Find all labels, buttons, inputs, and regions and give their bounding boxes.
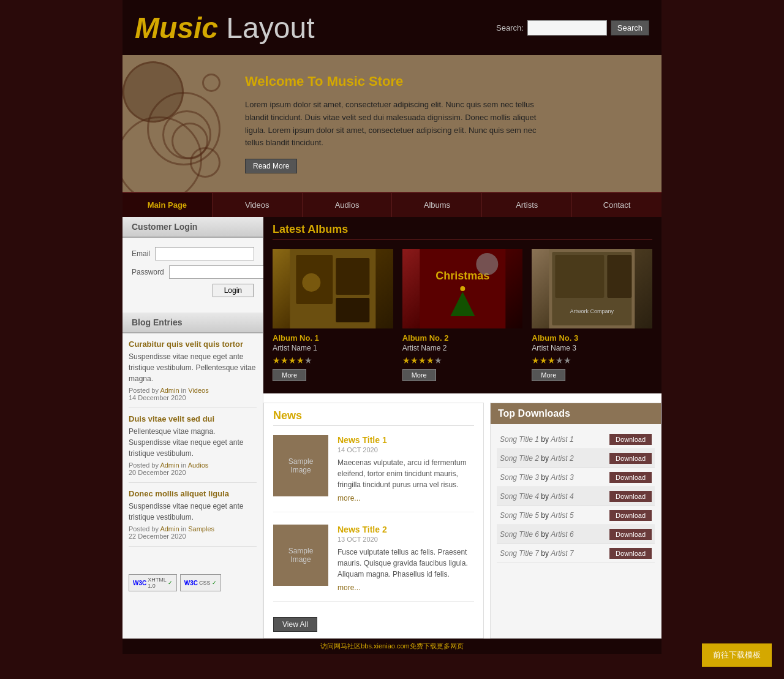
login-btn-row: Login	[132, 284, 254, 297]
email-label: Email	[132, 249, 155, 258]
album-artist-1: Artist Name 2	[402, 344, 523, 352]
download-button-4[interactable]: Download	[609, 510, 652, 521]
blog-section: Blog Entries Curabitur quis velit quis t…	[123, 313, 263, 559]
blog-category-link[interactable]: Audios	[188, 461, 209, 469]
blog-entries-list: Curabitur quis velit quis tortor Suspend…	[123, 340, 263, 559]
search-input[interactable]	[527, 20, 607, 36]
download-song-info-6: Song Title 7 by Artist 7	[500, 549, 574, 558]
news-title: News	[273, 409, 474, 426]
album-thumbnail-3[interactable]: Artwork Company	[532, 249, 652, 328]
password-label: Password	[132, 268, 169, 276]
news-headline-1[interactable]: News Title 2	[337, 525, 474, 534]
nav-albums[interactable]: Albums	[392, 193, 482, 217]
download-button-5[interactable]: Download	[609, 529, 652, 540]
blog-author-link[interactable]: Admin	[160, 461, 179, 469]
watermark-text: 访问网马社区bbs.xieniao.com免费下载更多网页	[320, 642, 464, 650]
nav-videos[interactable]: Videos	[213, 193, 303, 217]
svg-rect-13	[608, 255, 632, 298]
blog-date: 22 December 2020	[129, 533, 257, 540]
news-section: News Sample Image News Title 1 14 OCT 20…	[263, 403, 484, 639]
w3c-xhtml-badge: W3C XHTML1.0 ✓	[129, 574, 177, 591]
blog-category-link[interactable]: Samples	[188, 525, 214, 533]
w3c-css-badge: W3C CSS ✓	[180, 574, 221, 591]
news-thumbnail-0: Sample Image	[273, 435, 328, 496]
hero-banner: Welcome To Music Store Lorem ipsum dolor…	[123, 55, 662, 192]
album-title-1: Album No. 2	[402, 333, 523, 343]
blog-body: Suspendisse vitae neque eget ante tristi…	[129, 351, 257, 384]
blog-title[interactable]: Duis vitae velit sed dui	[129, 414, 257, 423]
album-more-1[interactable]: More	[402, 369, 436, 381]
download-row: Song Title 5 by Artist 5 Download	[497, 506, 655, 525]
news-more-0[interactable]: more...	[337, 494, 360, 503]
download-song-info-5: Song Title 6 by Artist 6	[500, 530, 574, 539]
album-more-0[interactable]: More	[273, 369, 306, 381]
download-button-6[interactable]: Download	[609, 548, 652, 559]
news-date-0: 14 OCT 2020	[337, 446, 474, 453]
main-nav: Main Page Videos Audios Albums Artists C…	[123, 192, 662, 217]
album-stars-1: ★★★★★	[402, 355, 523, 365]
svg-rect-2	[336, 258, 369, 295]
download-song-info-0: Song Title 1 by Artist 1	[500, 435, 574, 444]
blog-title[interactable]: Curabitur quis velit quis tortor	[129, 340, 257, 349]
view-all-button[interactable]: View All	[273, 617, 317, 632]
top-downloads-section: Top Downloads Song Title 1 by Artist 1 D…	[490, 403, 662, 639]
news-body-0: Maecenas vulputate, arcu id fermentum el…	[337, 457, 474, 490]
news-body-1: Fusce vulputate tellus ac felis. Praesen…	[337, 547, 474, 580]
news-headline-0[interactable]: News Title 1	[337, 435, 474, 445]
download-button-3[interactable]: Download	[609, 491, 652, 502]
download-song-info-2: Song Title 3 by Artist 3	[500, 473, 574, 482]
site-title-layout: Layout	[218, 12, 314, 44]
blog-entry: Duis vitae velit sed dui Pellentesque vi…	[129, 414, 257, 483]
search-label: Search:	[496, 23, 524, 32]
blog-author-link[interactable]: Admin	[160, 525, 179, 533]
hero-body: Lorem ipsum dolor sit amet, consectetuer…	[245, 99, 551, 150]
nav-main-page[interactable]: Main Page	[123, 193, 213, 217]
read-more-button[interactable]: Read More	[245, 159, 297, 173]
download-row: Song Title 2 by Artist 2 Download	[497, 449, 655, 468]
download-button-1[interactable]: Download	[609, 453, 652, 464]
album-artist-2: Artist Name 3	[532, 344, 652, 352]
album-thumbnail-2[interactable]: Christmas	[402, 249, 523, 328]
news-content-1: News Title 2 13 OCT 2020 Fusce vulputate…	[337, 525, 474, 592]
search-button[interactable]: Search	[611, 20, 649, 36]
album-stars-2: ★★★★★	[532, 355, 652, 365]
album-thumbnail-1[interactable]	[273, 249, 393, 328]
download-row: Song Title 7 by Artist 7 Download	[497, 544, 655, 563]
site-title: Music Layout	[135, 11, 314, 45]
blog-category-link[interactable]: Videos	[188, 387, 208, 394]
hero-heading: Welcome To Music Store	[245, 74, 643, 89]
download-row: Song Title 3 by Artist 3 Download	[497, 468, 655, 487]
hero-decoration	[123, 55, 245, 192]
login-button[interactable]: Login	[213, 284, 254, 297]
nav-contact[interactable]: Contact	[572, 193, 662, 217]
watermark-bar: 访问网马社区bbs.xieniao.com免费下载更多网页	[123, 639, 662, 654]
album-more-2[interactable]: More	[532, 369, 565, 381]
top-downloads-title: Top Downloads	[491, 403, 661, 424]
blog-meta: Posted by Admin in Videos	[129, 387, 257, 394]
news-thumb-label-2: Image	[290, 466, 311, 474]
password-field[interactable]	[169, 265, 268, 279]
blog-meta: Posted by Admin in Samples	[129, 525, 257, 533]
login-form: Email Password Login	[123, 244, 263, 303]
nav-artists[interactable]: Artists	[482, 193, 572, 217]
news-item: Sample Image News Title 1 14 OCT 2020 Ma…	[273, 435, 474, 512]
latest-albums-title: Latest Albums	[273, 223, 652, 240]
download-button-2[interactable]: Download	[609, 472, 652, 483]
news-date-1: 13 OCT 2020	[337, 536, 474, 543]
blog-meta: Posted by Admin in Audios	[129, 461, 257, 469]
main-content: Latest Albums Al	[263, 217, 662, 639]
news-content-0: News Title 1 14 OCT 2020 Maecenas vulput…	[337, 435, 474, 503]
news-more-1[interactable]: more...	[337, 583, 360, 592]
svg-point-4	[302, 273, 320, 292]
blog-author-link[interactable]: Admin	[160, 387, 179, 394]
album-item: Artwork Company Album No. 3 Artist Name …	[532, 249, 652, 381]
blog-title[interactable]: Donec mollis aliquet ligula	[129, 489, 257, 498]
download-row: Song Title 1 by Artist 1 Download	[497, 430, 655, 449]
email-field[interactable]	[155, 247, 254, 260]
download-template-button[interactable]: 前往下载模板	[702, 643, 772, 654]
download-button-0[interactable]: Download	[609, 434, 652, 445]
news-thumb-label-3: Sample	[288, 547, 314, 555]
album-artist-0: Artist Name 1	[273, 344, 393, 352]
bottom-section: News Sample Image News Title 1 14 OCT 20…	[263, 403, 662, 639]
nav-audios[interactable]: Audios	[303, 193, 393, 217]
